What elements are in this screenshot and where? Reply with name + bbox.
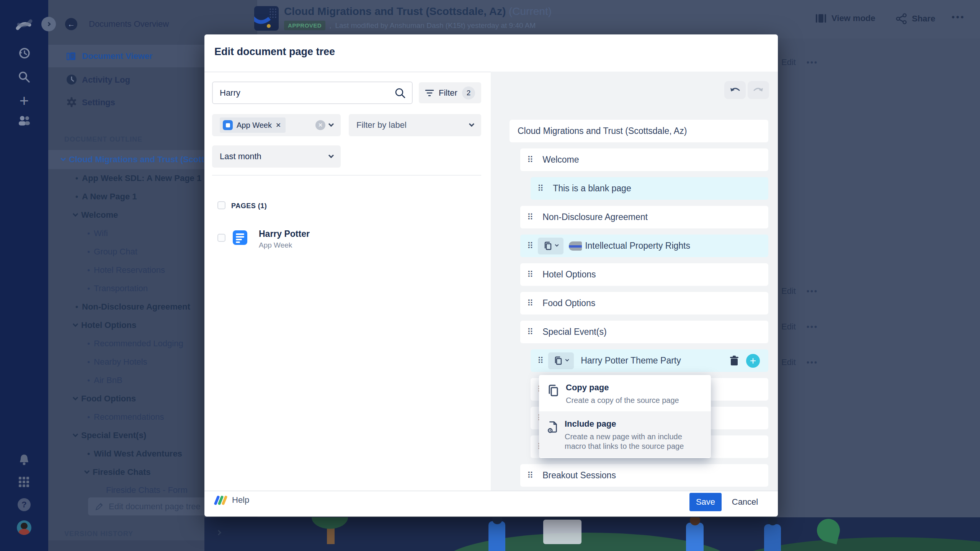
bullet-icon: • [87,248,90,256]
chip-remove-icon[interactable]: ✕ [276,121,281,129]
app-switcher-grid-icon[interactable] [0,476,48,488]
add-page-button[interactable]: + [746,354,760,368]
outline-item[interactable]: •Transportation [87,284,148,293]
page-item-title[interactable]: Harry Potter [259,229,310,239]
help-link[interactable]: Help [216,495,249,505]
copy-mode-dropdown-button[interactable] [548,352,574,369]
tree-row[interactable]: ⠿Non-Disclosure Agreement [520,206,768,228]
outline-item[interactable]: •Hotel Reservations [87,265,165,275]
space-filter-select[interactable]: App Week ✕ ✕ [212,114,341,136]
share-button[interactable]: Share [896,13,935,24]
tree-row[interactable]: ⠿ Intellectual Property Rights [520,235,768,257]
sidebar-item-settings[interactable]: Settings [82,98,115,108]
delete-trash-icon[interactable] [729,355,739,366]
laptop-illustration [543,520,581,544]
outline-item[interactable]: •A New Page 1 [75,192,137,202]
outline-item[interactable]: •Group Chat [87,247,137,257]
sidebar-item-document-viewer[interactable]: Document Viewer [82,51,152,61]
outline-item[interactable]: •Air BnB [87,375,122,385]
outline-item[interactable]: Hotel Options [74,320,136,330]
tree-row-harry-potter[interactable]: ⠿ Harry Potter Theme Party + [531,349,768,372]
tree-row[interactable]: ⠿Breakout Sessions [520,464,768,487]
help-question-icon[interactable]: ? [0,498,48,511]
back-button[interactable]: ← [65,18,77,30]
select-all-checkbox[interactable] [217,201,225,209]
sidebar-expand-button[interactable] [41,17,56,31]
view-mode-button[interactable]: View mode [815,13,875,24]
document-viewer-icon [66,51,77,63]
chevron-down-icon[interactable] [328,121,334,127]
save-button[interactable]: Save [689,493,722,511]
outline-item[interactable]: Fireside Chats [85,467,151,477]
copy-icon [544,241,552,251]
drag-handle-icon[interactable]: ⠿ [527,327,533,337]
history-icon[interactable] [0,47,48,60]
outline-item[interactable]: •Non-Disclosure Agreement [75,302,190,312]
tree-row-root[interactable]: Cloud Migrations and Trust (Scottsdale, … [510,120,768,142]
bullet-icon: • [87,285,90,292]
outline-item[interactable]: •Wifi [87,228,108,238]
search-rail-icon[interactable] [0,70,48,83]
redo-button[interactable] [748,81,769,99]
tree-row[interactable]: ⠿Food Options [520,292,768,315]
search-input[interactable] [212,82,413,104]
notifications-bell-icon[interactable] [0,453,48,466]
section-edit-controls[interactable]: Edit••• [781,57,818,67]
edit-document-page-tree-item[interactable]: Edit document page tree [88,497,207,515]
bullet-icon: • [87,413,90,421]
clear-selection-icon[interactable]: ✕ [315,120,325,130]
drag-handle-icon[interactable]: ⠿ [527,212,533,222]
outline-item[interactable]: Welcome [74,210,118,220]
date-filter-select[interactable]: Last month [212,145,341,168]
section-edit-controls[interactable]: Edit••• [781,286,818,296]
documents-overview-link[interactable]: Documents Overview [89,19,169,29]
drag-handle-icon[interactable]: ⠿ [527,471,533,480]
outline-item[interactable]: •Wild West Adventures [87,449,182,459]
user-avatar[interactable] [0,520,48,535]
tree-row[interactable]: ⠿This is a blank page [531,177,768,200]
label-filter-select[interactable]: Filter by label [349,114,481,136]
cancel-button[interactable]: Cancel [722,493,768,511]
space-avatar-icon [223,120,233,130]
outline-item[interactable]: •Nearby Hotels [87,357,147,367]
drag-handle-icon[interactable]: ⠿ [527,241,533,251]
filter-button[interactable]: Filter 2 [419,82,481,103]
outline-item[interactable]: •Recommendations [87,412,164,422]
version-history-section[interactable]: VERSION HISTORY [64,530,133,538]
drag-handle-icon[interactable]: ⠿ [527,298,533,308]
settings-gear-icon [66,97,77,109]
outline-item[interactable]: •Recommended Lodging [87,339,183,349]
person-illustration [686,523,704,551]
space-chip[interactable]: App Week ✕ [220,117,286,133]
person-illustration [764,524,781,551]
k15t-logo-icon [216,496,226,505]
app-rail: + ? [0,0,48,551]
filter-icon [425,89,434,97]
section-edit-controls[interactable]: Edit••• [781,357,818,367]
copy-mode-dropdown-button[interactable] [538,238,564,254]
outline-item[interactable]: Special Event(s) [74,430,146,440]
outline-item[interactable]: Food Options [74,394,136,404]
outline-item[interactable]: •App Week SDL: A New Page 1 [75,173,201,183]
tree-row[interactable]: ⠿Special Event(s) [520,321,768,343]
search-icon[interactable] [394,87,406,99]
menu-item-include-page[interactable]: Include page Create a new page with an i… [539,411,711,457]
page-item-checkbox[interactable] [217,234,225,242]
tree-row[interactable]: ⠿Hotel Options [520,263,768,286]
drag-handle-icon[interactable]: ⠿ [537,184,544,193]
people-icon[interactable] [0,115,48,126]
menu-item-copy-page[interactable]: Copy page Create a copy of the source pa… [539,375,711,411]
drag-handle-icon[interactable]: ⠿ [537,356,544,365]
section-edit-controls[interactable]: Edit••• [781,322,818,332]
bullet-icon: • [87,377,90,384]
tree-row[interactable]: ⠿Welcome [520,148,768,171]
app-screen: + ? ← Documents Overview Document Viewer [0,0,980,551]
drag-handle-icon[interactable]: ⠿ [527,155,533,165]
confluence-logo-icon[interactable] [0,16,48,34]
outline-item[interactable]: Fireside Chats - Form [106,485,188,495]
undo-button[interactable] [724,81,746,99]
create-plus-icon[interactable]: + [0,92,48,110]
more-actions-button[interactable]: ••• [952,12,965,22]
drag-handle-icon[interactable]: ⠿ [527,270,533,279]
sidebar-item-activity-log[interactable]: Activity Log [82,75,130,85]
